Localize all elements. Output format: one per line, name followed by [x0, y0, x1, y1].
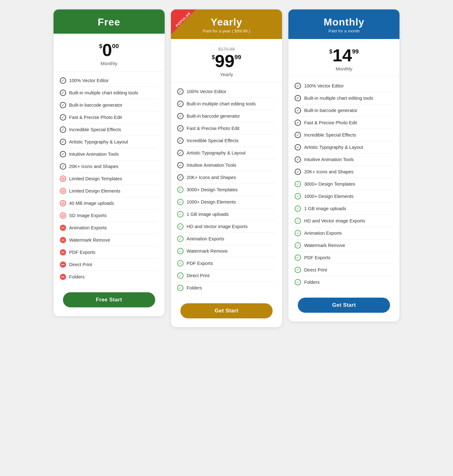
list-item: ⊙SD Image Exports: [60, 210, 158, 222]
list-item: ✓Watermark Remove: [295, 239, 393, 252]
feature-text: Watermark Remove: [304, 243, 345, 248]
cta-section-yearly: Get Start: [171, 297, 282, 327]
feature-text: Direct Print: [69, 262, 92, 267]
price-cents-free: 00: [112, 43, 119, 49]
feature-text: 1000+ Design Elements: [304, 194, 354, 199]
list-item: ✓Artistic Typography & Layout: [177, 147, 276, 159]
limited-icon: ⊙: [60, 188, 66, 194]
feature-text: 100% Vector Editor: [304, 83, 344, 88]
list-item: ✓Folders: [177, 282, 276, 294]
feature-text: HD and Vector image Exports: [304, 218, 365, 223]
feature-text: Watermark Remove: [187, 249, 228, 254]
list-item: ✓Built-in barcode generator: [177, 110, 276, 122]
cta-button-yearly[interactable]: Get Start: [180, 303, 273, 318]
list-item: ✓Intuitive Animation Tools: [295, 154, 393, 166]
cta-section-free: Free Start: [54, 286, 165, 316]
price-dollar-monthly: $: [329, 49, 332, 55]
features-list-monthly: ✓100% Vector Editor✓Built-in multiple ch…: [288, 77, 399, 291]
list-item: −Folders: [60, 271, 158, 283]
price-cents-monthly: 99: [352, 48, 359, 54]
list-item: ✓1 GB image uploads: [295, 203, 393, 215]
check-green-icon: ✓: [177, 199, 184, 205]
feature-text: 3000+ Design Templates: [187, 187, 238, 192]
pricing-container: Free$000Monthly✓100% Vector Editor✓Built…: [54, 9, 400, 327]
list-item: ✓Built-in multiple chart editing tools: [295, 92, 393, 104]
limited-icon: ⊙: [60, 212, 66, 219]
feature-text: Direct Print: [187, 273, 210, 278]
list-item: ✓Watermark Remove: [177, 245, 276, 257]
check-green-icon: ✓: [177, 187, 184, 193]
list-item: ✓Built-in barcode generator: [60, 99, 158, 111]
check-dark-icon: ✓: [295, 120, 301, 126]
price-main-free: 0: [102, 41, 112, 59]
feature-text: Limited Design Elements: [69, 188, 121, 193]
cta-button-free[interactable]: Free Start: [63, 292, 155, 307]
minus-icon: −: [60, 237, 66, 243]
feature-text: Incredible Special Effects: [69, 127, 121, 132]
check-green-icon: ✓: [295, 230, 301, 236]
list-item: ✓Direct Print: [295, 264, 393, 276]
check-dark-icon: ✓: [295, 169, 301, 175]
feature-text: Built-in barcode generator: [187, 114, 240, 119]
cta-button-monthly[interactable]: Get Start: [298, 298, 390, 313]
check-green-icon: ✓: [295, 193, 301, 199]
check-dark-icon: ✓: [177, 137, 184, 144]
feature-text: Animation Exports: [304, 231, 342, 236]
list-item: ✓Direct Print: [177, 270, 276, 282]
feature-text: PDF Exports: [187, 261, 213, 266]
check-dark-icon: ✓: [177, 174, 184, 181]
list-item: ✓Intuitive Animation Tools: [177, 159, 276, 171]
list-item: ⊙Limited Design Elements: [60, 185, 158, 197]
plan-card-monthly: MonthlyPaid for a month$1499Monthly✓100%…: [288, 9, 399, 322]
check-dark-icon: ✓: [60, 151, 66, 157]
feature-text: Fast & Precise Photo Edit: [187, 126, 240, 131]
feature-text: Incredible Special Effects: [187, 138, 239, 143]
check-dark-icon: ✓: [60, 90, 66, 96]
feature-text: Incredible Special Effects: [304, 132, 356, 137]
check-green-icon: ✓: [295, 279, 301, 285]
check-dark-icon: ✓: [60, 139, 66, 145]
check-green-icon: ✓: [295, 205, 301, 212]
feature-text: Artistic Typography & Layout: [187, 150, 246, 155]
list-item: ✓100% Vector Editor: [60, 75, 158, 87]
list-item: ✓PDF Exports: [295, 252, 393, 264]
check-green-icon: ✓: [177, 260, 184, 266]
list-item: ✓100% Vector Editor: [177, 86, 276, 98]
cta-section-monthly: Get Start: [288, 291, 399, 322]
check-dark-icon: ✓: [295, 107, 301, 114]
list-item: ✓Artistic Typography & Layout: [295, 141, 393, 154]
list-item: ✓20K+ Icons and Shapes: [177, 171, 276, 184]
feature-text: Built-in barcode generator: [304, 108, 357, 113]
minus-icon: −: [60, 249, 66, 255]
check-green-icon: ✓: [177, 285, 184, 291]
list-item: ✓Folders: [295, 276, 393, 288]
list-item: ✓Intuitive Animation Tools: [60, 148, 158, 160]
check-green-icon: ✓: [295, 267, 301, 273]
check-dark-icon: ✓: [295, 132, 301, 138]
list-item: ✓1000+ Design Elements: [177, 196, 276, 208]
list-item: ✓PDF Exports: [177, 257, 276, 270]
price-section-yearly: $179.88$9999Yearly: [171, 39, 282, 82]
price-period-yearly: Yearly: [177, 72, 276, 77]
list-item: ✓Fast & Precise Photo Edit: [60, 111, 158, 124]
check-dark-icon: ✓: [177, 101, 184, 107]
list-item: −PDF Exports: [60, 246, 158, 259]
feature-text: Built-in multiple chart editing tools: [304, 96, 373, 101]
check-dark-icon: ✓: [295, 95, 301, 101]
price-section-free: $000Monthly: [54, 34, 165, 71]
check-dark-icon: ✓: [60, 102, 66, 108]
feature-text: 100% Vector Editor: [69, 78, 109, 83]
feature-text: Built-in barcode generator: [69, 103, 122, 108]
list-item: −Animation Exports: [60, 222, 158, 234]
price-dollar-yearly: $: [212, 55, 215, 60]
list-item: ✓Fast & Precise Photo Edit: [295, 117, 393, 129]
list-item: ✓3000+ Design Templates: [177, 184, 276, 196]
check-green-icon: ✓: [177, 248, 184, 254]
limited-icon: ⊙: [60, 200, 66, 206]
check-dark-icon: ✓: [177, 125, 184, 132]
check-dark-icon: ✓: [295, 83, 301, 89]
feature-text: Fast & Precise Photo Edit: [69, 115, 122, 120]
feature-text: 1 GB image uploads: [187, 212, 229, 217]
features-list-yearly: ✓100% Vector Editor✓Built-in multiple ch…: [171, 82, 282, 297]
check-green-icon: ✓: [295, 181, 301, 187]
